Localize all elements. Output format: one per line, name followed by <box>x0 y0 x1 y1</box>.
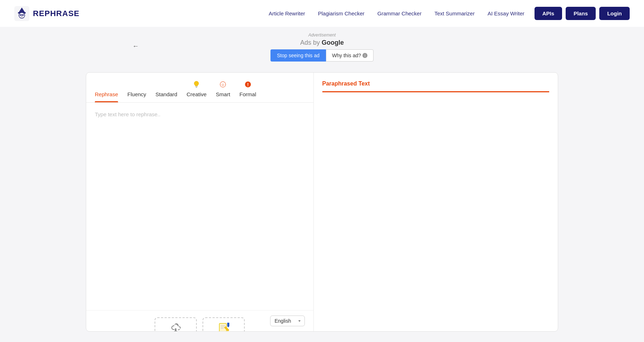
plans-button[interactable]: Plans <box>566 7 596 20</box>
right-panel: Paraphrased Text <box>314 73 558 331</box>
nav-buttons: APIs Plans Login <box>535 7 630 20</box>
tab-fluency[interactable]: Fluency <box>127 91 146 102</box>
login-button[interactable]: Login <box>599 7 630 20</box>
svg-text:☺: ☺ <box>221 83 225 87</box>
main-container: Rephrase Fluency Standard <box>72 72 572 332</box>
ad-buttons: Stop seeing this ad Why this ad? i <box>0 49 644 62</box>
nav-grammar-checker[interactable]: Grammar Checker <box>377 10 421 16</box>
upload-docs-button[interactable]: Upload Docs <box>155 317 197 332</box>
svg-text:!: ! <box>247 82 249 87</box>
paraphrased-text-tab[interactable]: Paraphrased Text <box>322 80 550 92</box>
tab-creative[interactable]: Creative <box>186 80 206 102</box>
svg-rect-23 <box>227 323 229 326</box>
why-ad-button[interactable]: Why this ad? i <box>326 49 374 62</box>
logo-text: REPHRASE <box>33 9 79 18</box>
logo-area: REPHRASE <box>14 6 79 21</box>
ad-label: Advertisement <box>0 33 644 38</box>
nav-ai-essay-writer[interactable]: AI Essay Writer <box>488 10 525 16</box>
rephrase-input[interactable] <box>95 111 305 302</box>
tabs-row: Rephrase Fluency Standard <box>86 73 313 103</box>
upload-area: Upload Docs <box>95 310 305 332</box>
nav-text-summarizer[interactable]: Text Summarizer <box>434 10 475 16</box>
apis-button[interactable]: APIs <box>535 7 562 20</box>
tab-rephrase[interactable]: Rephrase <box>95 91 118 102</box>
nav-article-rewriter[interactable]: Article Rewriter <box>269 10 305 16</box>
ad-google-text: Ads by Google <box>0 39 644 47</box>
editor-wrapper: Rephrase Fluency Standard <box>86 72 558 332</box>
back-arrow[interactable]: ← <box>132 42 139 50</box>
sample-text-button[interactable]: Sample Text <box>203 317 245 332</box>
text-area-container: Upload Docs <box>86 103 313 310</box>
formal-icon: ! <box>244 80 252 90</box>
creative-icon <box>192 80 200 90</box>
left-panel: Rephrase Fluency Standard <box>86 73 314 331</box>
svg-marker-24 <box>227 326 229 327</box>
svg-rect-10 <box>196 87 197 87</box>
header: REPHRASE Article Rewriter Plagiarism Che… <box>0 0 644 27</box>
info-icon: i <box>362 53 367 58</box>
tab-formal[interactable]: ! Formal <box>239 80 256 102</box>
svg-rect-9 <box>196 86 198 87</box>
stop-seeing-ad-button[interactable]: Stop seeing this ad <box>270 49 326 62</box>
nav-plagiarism-checker[interactable]: Plagiarism Checker <box>318 10 365 16</box>
upload-icon <box>169 322 182 332</box>
nav-links: Article Rewriter Plagiarism Checker Gram… <box>269 10 525 16</box>
tab-standard[interactable]: Standard <box>156 91 177 102</box>
tab-smart[interactable]: ☺ Smart <box>216 80 230 102</box>
smart-icon: ☺ <box>219 80 227 90</box>
ad-banner: Advertisement ← Ads by Google Stop seein… <box>0 27 644 65</box>
sample-text-icon <box>217 322 230 332</box>
logo-icon <box>14 6 29 21</box>
